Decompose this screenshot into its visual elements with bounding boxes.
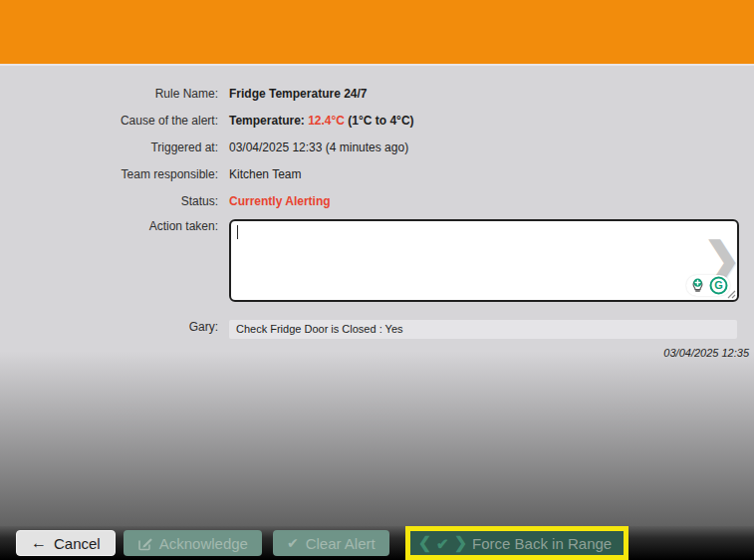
edit-icon	[137, 536, 152, 551]
header-banner	[0, 0, 754, 66]
gary-note-input[interactable]: Check Fridge Door is Closed : Yes	[229, 320, 737, 339]
action-taken-label: Action taken:	[0, 219, 229, 233]
gary-note-row: Gary: Check Fridge Door is Closed : Yes	[0, 308, 754, 345]
acknowledge-button-label: Acknowledge	[159, 535, 248, 552]
action-taken-textarea[interactable]: ❯ G	[229, 219, 739, 302]
cause-prefix: Temperature:	[229, 114, 308, 128]
rule-name-row: Rule Name: Fridge Temperature 24/7	[0, 80, 754, 107]
cancel-button[interactable]: ← Cancel	[16, 530, 116, 556]
footer-action-bar: ← Cancel Acknowledge ✔ Clear Alert ❮ ✔ ❯…	[0, 526, 754, 560]
alert-detail-form: Rule Name: Fridge Temperature 24/7 Cause…	[0, 66, 754, 526]
note-timestamp: 03/04/2025 12:35	[0, 347, 754, 359]
check-icon: ✔	[287, 536, 299, 550]
chevron-right-icon: ❯	[454, 535, 467, 551]
cause-temperature: 12.4°C	[308, 114, 345, 128]
cause-label: Cause of the alert:	[0, 114, 229, 128]
cause-value: Temperature: 12.4°C (1°C to 4°C)	[229, 114, 754, 128]
triggered-value: 03/04/2025 12:33 (4 minutes ago)	[229, 140, 754, 154]
svg-text:G: G	[714, 279, 723, 291]
annotation-highlight-box: ❮ ✔ ❯ Force Back in Range	[405, 526, 628, 560]
clear-alert-button-label: Clear Alert	[306, 535, 376, 552]
clear-alert-button[interactable]: ✔ Clear Alert	[273, 530, 389, 556]
cause-row: Cause of the alert: Temperature: 12.4°C …	[0, 107, 754, 134]
rule-name-value: Fridge Temperature 24/7	[229, 87, 754, 101]
writing-assistant-pill: G	[686, 275, 730, 296]
team-value: Kitchen Team	[229, 167, 754, 181]
status-label: Status:	[0, 194, 229, 208]
resize-handle[interactable]	[727, 290, 736, 299]
team-label: Team responsible:	[0, 167, 229, 181]
alert-detail-window: Rule Name: Fridge Temperature 24/7 Cause…	[0, 0, 754, 560]
cause-range: (1°C to 4°C)	[345, 114, 414, 128]
rule-name-label: Rule Name:	[0, 87, 229, 101]
action-taken-row: Action taken: ❯	[0, 214, 754, 308]
text-cursor	[237, 225, 238, 239]
force-back-in-range-label: Force Back in Range	[472, 535, 612, 552]
triggered-row: Triggered at: 03/04/2025 12:33 (4 minute…	[0, 134, 754, 160]
gary-label: Gary:	[0, 320, 229, 334]
status-row: Status: Currently Alerting	[0, 187, 754, 214]
arrow-left-icon: ←	[31, 535, 47, 551]
force-back-in-range-button[interactable]: ❮ ✔ ❯ Force Back in Range	[410, 531, 624, 555]
grammarly-icon[interactable]: G	[709, 276, 728, 295]
acknowledge-button[interactable]: Acknowledge	[124, 530, 262, 556]
check-icon: ✔	[436, 536, 449, 551]
triggered-label: Triggered at:	[0, 140, 229, 154]
suggestion-bulb-icon[interactable]	[688, 276, 707, 295]
team-row: Team responsible: Kitchen Team	[0, 160, 754, 187]
status-value: Currently Alerting	[229, 194, 754, 208]
chevron-left-icon: ❮	[418, 535, 431, 551]
cancel-button-label: Cancel	[54, 535, 101, 552]
